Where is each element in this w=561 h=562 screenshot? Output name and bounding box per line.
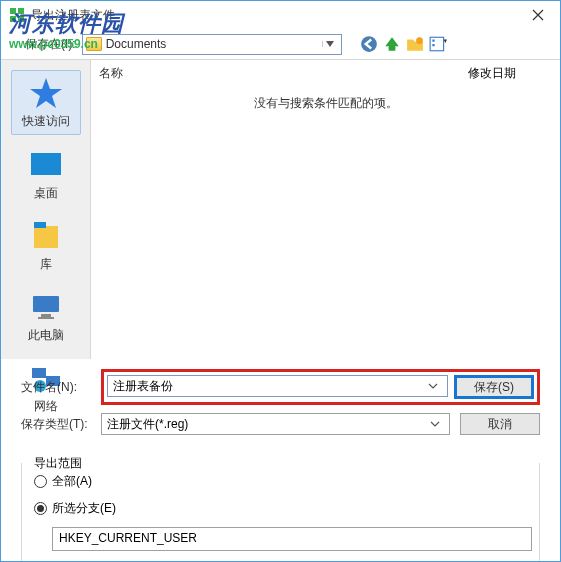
sidebar-item-libraries[interactable]: 库 [11, 214, 81, 277]
view-icon[interactable] [429, 35, 447, 53]
radio-all[interactable]: 全部(A) [34, 473, 527, 490]
body-area: 快速访问 桌面 库 此电脑 网络 名称 修改日期 没有与搜索条件匹配的项。 [1, 59, 560, 359]
app-icon [9, 7, 25, 23]
svg-rect-0 [10, 8, 16, 14]
close-button[interactable] [528, 5, 548, 25]
star-icon [28, 75, 64, 111]
chevron-down-icon[interactable] [426, 421, 444, 427]
location-row: 保存在(I): Documents [1, 29, 560, 59]
svg-rect-13 [41, 314, 51, 317]
title-bar: 导出注册表文件 [1, 1, 560, 29]
svg-rect-6 [430, 37, 444, 51]
svg-rect-14 [38, 317, 54, 319]
dialog-title: 导出注册表文件 [31, 7, 115, 24]
pc-icon [28, 289, 64, 325]
filename-label: 文件名(N): [21, 379, 91, 396]
svg-point-4 [361, 36, 377, 52]
sidebar-label-desktop: 桌面 [34, 185, 58, 202]
sidebar-label-quickaccess: 快速访问 [22, 113, 70, 130]
location-dropdown-icon[interactable] [322, 41, 338, 47]
svg-rect-9 [31, 153, 61, 175]
file-list[interactable]: 名称 修改日期 没有与搜索条件匹配的项。 [91, 60, 560, 359]
column-date[interactable]: 修改日期 [460, 60, 560, 87]
svg-rect-2 [10, 16, 16, 22]
radio-branch-label: 所选分支(E) [52, 500, 116, 517]
svg-point-5 [416, 37, 423, 44]
branch-path-input[interactable]: HKEY_CURRENT_USER [52, 527, 532, 551]
up-icon[interactable] [383, 35, 401, 53]
filename-input[interactable]: 注册表备份 [107, 375, 448, 397]
sidebar-label-thispc: 此电脑 [28, 327, 64, 344]
location-label: 保存在(I): [25, 36, 76, 53]
sidebar-item-quickaccess[interactable]: 快速访问 [11, 70, 81, 135]
empty-message: 没有与搜索条件匹配的项。 [91, 95, 560, 112]
sidebar-item-thispc[interactable]: 此电脑 [11, 285, 81, 348]
libraries-icon [28, 218, 64, 254]
sidebar-item-desktop[interactable]: 桌面 [11, 143, 81, 206]
desktop-icon [28, 147, 64, 183]
radio-all-label: 全部(A) [52, 473, 92, 490]
svg-rect-7 [432, 40, 434, 42]
filename-value: 注册表备份 [113, 378, 424, 395]
column-name[interactable]: 名称 [91, 60, 460, 87]
form-area: 文件名(N): 注册表备份 保存(S) 保存类型(T): 注册文件(*.reg)… [1, 359, 560, 453]
svg-rect-1 [18, 8, 24, 14]
location-toolbar [360, 35, 447, 53]
new-folder-icon[interactable] [406, 35, 424, 53]
sidebar-label-libraries: 库 [40, 256, 52, 273]
type-value: 注册文件(*.reg) [107, 416, 426, 433]
filename-row: 文件名(N): 注册表备份 保存(S) [21, 369, 540, 405]
list-header: 名称 修改日期 [91, 60, 560, 87]
chevron-down-icon[interactable] [424, 383, 442, 389]
radio-icon [34, 475, 47, 488]
svg-rect-12 [33, 296, 59, 312]
radio-branch[interactable]: 所选分支(E) [34, 500, 527, 517]
save-button[interactable]: 保存(S) [454, 375, 534, 399]
location-value: Documents [106, 37, 322, 51]
type-row: 保存类型(T): 注册文件(*.reg) 取消 [21, 413, 540, 435]
type-select[interactable]: 注册文件(*.reg) [101, 413, 450, 435]
svg-rect-10 [34, 226, 58, 248]
export-range-title: 导出范围 [30, 455, 86, 472]
type-label: 保存类型(T): [21, 416, 91, 433]
folder-icon [86, 37, 102, 51]
back-icon[interactable] [360, 35, 378, 53]
radio-icon [34, 502, 47, 515]
svg-rect-8 [432, 44, 434, 46]
places-sidebar: 快速访问 桌面 库 此电脑 网络 [1, 60, 91, 359]
cancel-button[interactable]: 取消 [460, 413, 540, 435]
sidebar-label-network: 网络 [34, 398, 58, 415]
location-select[interactable]: Documents [82, 34, 342, 55]
svg-rect-11 [34, 222, 46, 228]
svg-rect-15 [32, 368, 46, 378]
export-range-group: 导出范围 全部(A) 所选分支(E) HKEY_CURRENT_USER [21, 463, 540, 562]
svg-rect-3 [18, 16, 24, 22]
